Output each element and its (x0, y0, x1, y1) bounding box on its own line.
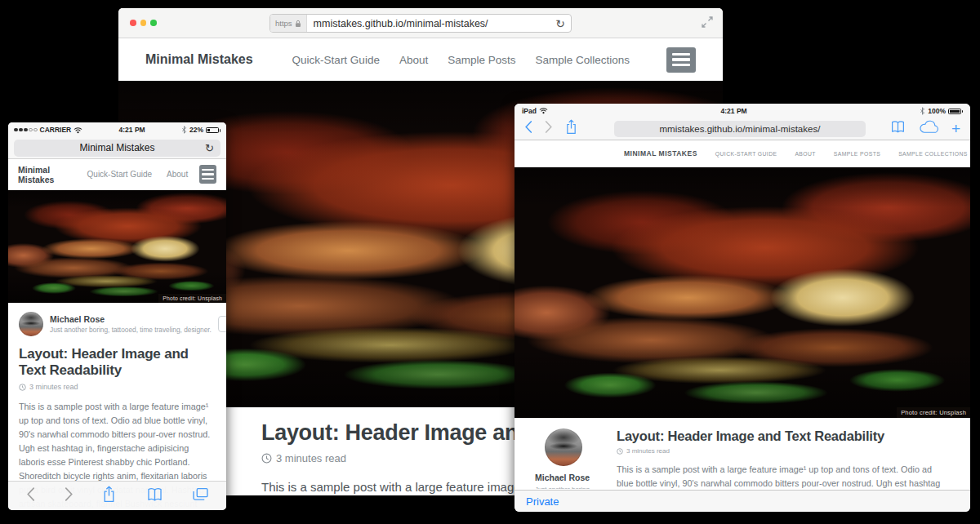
ipad-site-title-link[interactable]: Minimal Mistakes (624, 149, 697, 158)
author-bio: Just another boring, tattooed, time trav… (535, 486, 617, 489)
nav-link-sample-posts[interactable]: Sample Posts (448, 54, 515, 66)
author-profile: Michael Rose Just another boring, tattoo… (535, 429, 617, 489)
battery-icon (948, 107, 963, 115)
author-avatar (545, 429, 582, 466)
ipad-feature-image: Photo credit: Unsplash (514, 167, 970, 418)
iphone-post-content: Michael Rose Just another boring, tattoo… (8, 303, 226, 510)
ipad-site-masthead: Minimal Mistakes Quick-Start Guide About… (514, 140, 970, 167)
lock-icon (295, 20, 301, 28)
wifi-icon (74, 127, 82, 134)
new-tab-icon[interactable]: + (951, 121, 960, 136)
minimize-window-icon[interactable] (140, 20, 147, 26)
signal-strength-icon (14, 128, 38, 132)
reload-icon[interactable]: ↻ (550, 18, 571, 29)
nav-link-quick-start[interactable]: Quick-Start Guide (292, 54, 380, 66)
iphone-read-time: 3 minutes read (29, 383, 78, 391)
author-avatar (19, 312, 43, 336)
nav-link-sample-collections[interactable]: Sample Collections (535, 54, 630, 66)
ipad-browser-window: iPad 4:21 PM 100% mmistakes.github.io/mi… (514, 104, 970, 512)
iphone-address-bar[interactable]: Minimal Mistakes ↻ (14, 140, 220, 157)
status-time: 4:21 PM (548, 107, 920, 115)
window-controls[interactable] (130, 20, 157, 26)
ipad-nav-link-sample-collections[interactable]: Sample Collections (898, 151, 968, 157)
follow-button[interactable]: Follow (218, 316, 226, 332)
share-icon[interactable] (565, 119, 577, 138)
iphone-site-masthead: Minimal Mistakes Quick-Start Guide About (8, 159, 226, 190)
forward-icon[interactable] (545, 121, 553, 136)
iphone-nav-link-about[interactable]: About (167, 170, 188, 179)
iphone-url-row: Minimal Mistakes ↻ (8, 137, 226, 159)
forward-icon[interactable] (65, 487, 74, 504)
bluetooth-icon (920, 107, 925, 115)
clock-icon (261, 453, 272, 464)
https-badge: https (270, 15, 307, 32)
ipad-post-meta: 3 minutes read (617, 447, 946, 455)
author-profile: Michael Rose Just another boring, tattoo… (19, 312, 216, 336)
wifi-icon (539, 107, 548, 114)
carrier-label: CARRIER (40, 126, 72, 134)
iphone-nav-link-quick-start[interactable]: Quick-Start Guide (87, 170, 152, 179)
private-browsing-bar: Private (514, 490, 970, 512)
bluetooth-icon (181, 126, 187, 134)
author-name: Michael Rose (50, 314, 212, 324)
iphone-feature-image: Photo credit: Unsplash (8, 190, 226, 303)
iphone-reload-icon[interactable]: ↻ (205, 140, 214, 157)
menu-toggle-button[interactable] (666, 47, 696, 73)
iphone-post-meta: 3 minutes read (19, 383, 216, 391)
ipad-toolbar: mmistakes.github.io/minimal-mistakes/ + (514, 118, 970, 140)
share-icon[interactable] (102, 486, 116, 506)
close-window-icon[interactable] (130, 20, 136, 26)
tabs-icon[interactable] (193, 487, 208, 504)
clock-icon (19, 384, 26, 391)
url-text[interactable]: mmistakes.github.io/minimal-mistakes/ (307, 18, 550, 29)
nav-link-about[interactable]: About (399, 54, 428, 66)
battery-percent: 100% (928, 107, 946, 115)
author-bio: Just another boring, tattooed, time trav… (50, 326, 212, 334)
browser-chrome: https mmistakes.github.io/minimal-mistak… (118, 8, 723, 38)
ipad-nav-link-about[interactable]: About (795, 151, 815, 157)
battery-icon (206, 126, 220, 134)
site-masthead: Minimal Mistakes Quick-Start Guide About… (118, 38, 723, 81)
iphone-status-bar: CARRIER 4:21 PM 22% (8, 122, 226, 137)
clock-icon (617, 448, 623, 455)
icloud-tabs-icon[interactable] (919, 120, 939, 137)
iphone-browser-window: CARRIER 4:21 PM 22% Minimal Mistakes ↻ M… (8, 122, 226, 510)
ipad-post-paragraph: This is a sample post with a large featu… (617, 463, 946, 489)
ipad-status-bar: iPad 4:21 PM 100% (514, 104, 970, 118)
ipad-address-bar[interactable]: mmistakes.github.io/minimal-mistakes/ (614, 121, 866, 137)
iphone-url-text[interactable]: Minimal Mistakes (79, 142, 154, 153)
iphone-site-title-link[interactable]: Minimal Mistakes (18, 165, 73, 184)
read-time: 3 minutes read (276, 452, 346, 464)
https-label: https (275, 19, 292, 28)
ipad-read-time: 3 minutes read (626, 447, 670, 455)
iphone-menu-toggle-button[interactable] (199, 165, 216, 184)
back-icon[interactable] (26, 487, 35, 504)
bookmarks-icon[interactable] (889, 120, 906, 137)
site-title-link[interactable]: Minimal Mistakes (145, 52, 253, 67)
bookmarks-icon[interactable] (145, 487, 164, 505)
status-time: 4:21 PM (82, 126, 181, 134)
address-bar[interactable]: https mmistakes.github.io/minimal-mistak… (270, 14, 572, 33)
battery-percent: 22% (189, 126, 203, 134)
ipad-post-content: Michael Rose Just another boring, tattoo… (514, 418, 970, 489)
zoom-window-icon[interactable] (150, 20, 157, 26)
private-label[interactable]: Private (526, 495, 559, 508)
iphone-bottom-toolbar (8, 481, 226, 510)
fullscreen-icon[interactable] (702, 16, 713, 31)
device-label: iPad (522, 107, 537, 115)
ipad-photo-credit: Photo credit: Unsplash (897, 407, 970, 418)
ipad-nav-link-sample-posts[interactable]: Sample Posts (834, 151, 880, 157)
ipad-post-title: Layout: Header Image and Text Readabilit… (617, 429, 946, 444)
author-name: Michael Rose (535, 473, 617, 482)
ipad-nav-link-quick-start[interactable]: Quick-Start Guide (715, 151, 777, 157)
back-icon[interactable] (524, 121, 532, 136)
iphone-post-title: Layout: Header Image and Text Readabilit… (19, 346, 216, 379)
iphone-photo-credit: Photo credit: Unsplash (158, 294, 226, 303)
